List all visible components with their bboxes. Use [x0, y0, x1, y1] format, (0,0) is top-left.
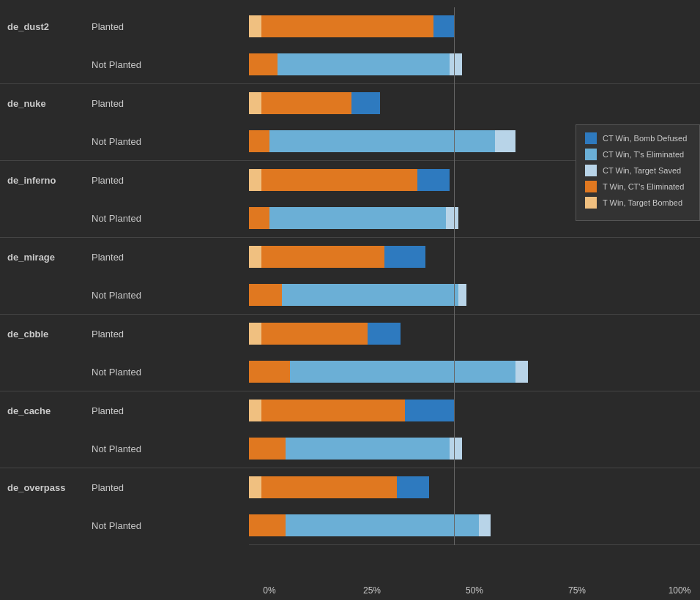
map-group-left-de_nuke: de_nukePlantedNot Planted	[0, 84, 249, 161]
label-row-de_overpass-1: Not Planted	[0, 506, 249, 544]
segment-ct-eliminated	[269, 130, 495, 152]
chart-container: de_dust2PlantedNot Plantedde_nukePlanted…	[0, 0, 700, 582]
bar-row-de_overpass-0	[249, 468, 700, 506]
chart-legend: CT Win, Bomb DefusedCT Win, T's Eliminat…	[576, 124, 700, 221]
legend-item-t-bombed: T Win, Target Bombed	[585, 197, 690, 209]
segment-ct-defused	[433, 15, 454, 37]
segment-ct-saved	[515, 361, 528, 383]
segment-t-eliminated	[249, 438, 286, 460]
label-row-de_dust2-1: Not Planted	[0, 45, 249, 83]
bar-row-de_cache-1	[249, 430, 700, 468]
label-row-de_mirage-0: de_miragePlanted	[0, 238, 249, 276]
bar-area-de_mirage-0	[249, 246, 659, 268]
planted-label-de_dust2-0: Planted	[92, 21, 124, 32]
legend-label-ct-defused: CT Win, Bomb Defused	[603, 134, 687, 143]
bar-area-de_cbble-0	[249, 323, 659, 345]
segment-t-bombed	[249, 476, 261, 498]
segment-ct-eliminated	[278, 53, 450, 75]
legend-label-t-bombed: T Win, Target Bombed	[603, 198, 682, 207]
bar-row-de_cache-0	[249, 391, 700, 430]
segment-t-eliminated	[261, 92, 351, 114]
map-name-de_cbble: de_cbble	[7, 329, 88, 340]
bar-row-de_mirage-1	[249, 276, 700, 314]
segment-t-eliminated	[261, 476, 397, 498]
segment-t-bombed	[249, 92, 261, 114]
segment-t-eliminated	[249, 53, 278, 75]
x-axis-area: 0%25%50%75%100%% of Rounds	[249, 582, 700, 600]
map-group-left-de_overpass: de_overpassPlantedNot Planted	[0, 468, 249, 544]
segment-ct-eliminated	[269, 207, 446, 229]
bar-area-de_dust2-1	[249, 53, 659, 75]
segment-ct-saved	[450, 438, 462, 460]
segment-ct-eliminated	[282, 284, 458, 306]
planted-label-de_overpass-1: Not Planted	[92, 520, 141, 531]
legend-label-ct-saved: CT Win, Target Saved	[603, 166, 681, 175]
bar-row-de_dust2-0	[249, 7, 700, 45]
label-row-de_cbble-1: Not Planted	[0, 353, 249, 391]
map-name-de_cache: de_cache	[7, 405, 88, 416]
bar-area-de_mirage-1	[249, 284, 659, 306]
segment-ct-defused	[351, 92, 380, 114]
label-row-de_nuke-0: de_nukePlanted	[0, 84, 249, 122]
bar-row-de_nuke-0	[249, 84, 700, 122]
bar-row-de_mirage-0	[249, 238, 700, 276]
segment-t-eliminated	[249, 514, 286, 536]
planted-label-de_dust2-1: Not Planted	[92, 59, 141, 70]
segment-t-eliminated	[261, 246, 384, 268]
map-group-left-de_mirage: de_miragePlantedNot Planted	[0, 238, 249, 315]
bottom-section: 0%25%50%75%100%% of Rounds	[0, 582, 700, 600]
legend-item-t-eliminated: T Win, CT's Eliminated	[585, 181, 690, 192]
segment-ct-saved	[458, 284, 466, 306]
segment-ct-defused	[405, 400, 454, 421]
x-label-0: 0%	[263, 585, 275, 596]
segment-t-bombed	[249, 15, 261, 37]
planted-label-de_nuke-0: Planted	[92, 98, 124, 109]
bar-row-de_overpass-1	[249, 506, 700, 544]
bottom-left-spacer	[0, 582, 249, 600]
planted-label-de_cache-0: Planted	[92, 405, 124, 416]
x-label-2: 50%	[466, 585, 483, 596]
bar-area-de_cache-1	[249, 438, 659, 460]
bar-row-de_dust2-1	[249, 45, 700, 83]
legend-item-ct-eliminated: CT Win, T's Eliminated	[585, 149, 690, 160]
segment-t-eliminated	[261, 400, 405, 421]
segment-t-bombed	[249, 323, 261, 345]
planted-label-de_mirage-1: Not Planted	[92, 290, 141, 301]
segment-t-eliminated	[249, 207, 269, 229]
segment-ct-eliminated	[290, 361, 515, 383]
legend-color-ct-eliminated	[585, 149, 597, 160]
label-row-de_nuke-1: Not Planted	[0, 122, 249, 160]
left-labels: de_dust2PlantedNot Plantedde_nukePlanted…	[0, 7, 249, 545]
bar-area-de_overpass-0	[249, 476, 659, 498]
segment-t-eliminated	[249, 361, 290, 383]
right-bars: CT Win, Bomb DefusedCT Win, T's Eliminat…	[249, 7, 700, 545]
map-group-left-de_cache: de_cachePlantedNot Planted	[0, 391, 249, 468]
segment-t-bombed	[249, 400, 261, 421]
bar-area-de_nuke-0	[249, 92, 659, 114]
segment-t-eliminated	[261, 15, 433, 37]
label-row-de_inferno-1: Not Planted	[0, 199, 249, 237]
map-group-left-de_inferno: de_infernoPlantedNot Planted	[0, 161, 249, 238]
legend-item-ct-defused: CT Win, Bomb Defused	[585, 132, 690, 144]
label-row-de_overpass-0: de_overpassPlanted	[0, 468, 249, 506]
planted-label-de_mirage-0: Planted	[92, 252, 124, 263]
map-group-right-de_cbble	[249, 315, 700, 391]
bar-row-de_cbble-1	[249, 353, 700, 391]
bar-area-de_overpass-1	[249, 514, 659, 536]
planted-label-de_cbble-1: Not Planted	[92, 367, 141, 378]
map-group-left-de_dust2: de_dust2PlantedNot Planted	[0, 7, 249, 84]
planted-label-de_inferno-0: Planted	[92, 175, 124, 186]
segment-ct-saved	[479, 514, 491, 536]
segment-ct-saved	[495, 130, 515, 152]
legend-label-ct-eliminated: CT Win, T's Eliminated	[603, 150, 684, 159]
planted-label-de_cbble-0: Planted	[92, 329, 124, 340]
bar-row-de_cbble-0	[249, 315, 700, 353]
x-label-1: 25%	[363, 585, 381, 596]
legend-label-t-eliminated: T Win, CT's Eliminated	[603, 182, 684, 191]
segment-t-eliminated	[261, 323, 368, 345]
bar-area-de_cbble-1	[249, 361, 659, 383]
segment-t-bombed	[249, 246, 261, 268]
map-group-right-de_dust2	[249, 7, 700, 84]
planted-label-de_inferno-1: Not Planted	[92, 213, 141, 224]
map-group-right-de_mirage	[249, 238, 700, 315]
